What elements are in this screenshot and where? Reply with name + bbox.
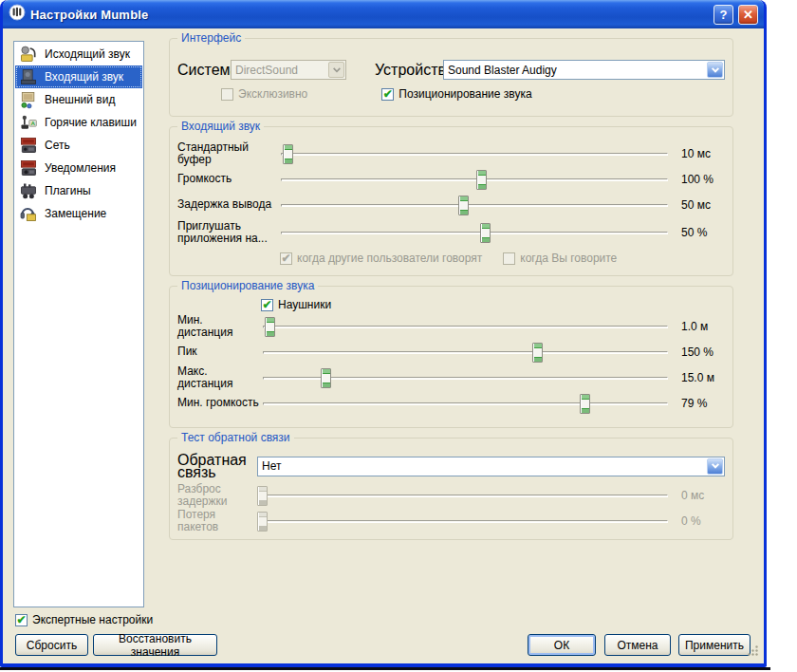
attenuate-others-checkbox: ✔ когда другие пользователи говорят bbox=[280, 252, 482, 265]
sidebar-item-label: Горячие клавиши bbox=[45, 116, 137, 129]
slider-track[interactable] bbox=[263, 326, 668, 328]
overlay-icon bbox=[17, 203, 40, 224]
slider-thumb[interactable] bbox=[321, 368, 331, 388]
sidebar-item-notifications[interactable]: Уведомления bbox=[15, 157, 142, 179]
slider-label: Громкость bbox=[177, 173, 279, 185]
settings-dialog: Настройки Mumble ? ✕ Исходящий звук Вход… bbox=[0, 0, 767, 667]
sidebar-item-incoming-audio[interactable]: Входящий звук bbox=[15, 65, 142, 88]
checkbox-box: ✔ bbox=[280, 252, 292, 265]
slider-label: Задержка вывода bbox=[177, 198, 279, 211]
slider-value: 50 мс bbox=[670, 198, 725, 212]
default-jitter-slider-row: Стандартный буфер 10 мс bbox=[177, 140, 725, 166]
slider-value: 150 % bbox=[670, 345, 725, 359]
slider-label: Макс. дистанция bbox=[177, 365, 261, 390]
slider-track[interactable] bbox=[281, 153, 668, 156]
loopback-group-title: Тест обратной связи bbox=[177, 431, 294, 444]
slider[interactable] bbox=[261, 367, 670, 388]
expert-settings-checkbox[interactable]: ✔ Экспертные настройки bbox=[15, 613, 153, 626]
slider-thumb[interactable] bbox=[458, 196, 469, 215]
slider-thumb bbox=[257, 486, 268, 506]
slider-track[interactable] bbox=[263, 351, 668, 354]
sidebar-item-outgoing-audio[interactable]: Исходящий звук bbox=[15, 43, 142, 65]
chevron-down-icon[interactable] bbox=[707, 62, 723, 78]
close-button[interactable]: ✕ bbox=[738, 5, 758, 25]
device-value: Sound Blaster Audigy bbox=[444, 64, 706, 77]
check-icon: ✔ bbox=[16, 614, 26, 625]
input-audio-group: Входящий звук Стандартный буфер 10 мс Гр… bbox=[169, 126, 733, 276]
attenuate-others-label: когда другие пользователи говорят bbox=[297, 252, 482, 265]
feedback-label: Обратная связь bbox=[177, 454, 257, 478]
packet-loss-slider-row: Потеря пакетов 0 % bbox=[177, 508, 725, 533]
slider-thumb[interactable] bbox=[283, 144, 293, 164]
sidebar-item-appearance[interactable]: Внешний вид bbox=[15, 88, 142, 111]
cancel-button[interactable]: Отмена bbox=[604, 634, 671, 656]
positional-audio-checkbox[interactable]: ✔ Позиционирование звука bbox=[381, 87, 531, 101]
sidebar-item-label: Плагины bbox=[45, 184, 91, 197]
slider-thumb[interactable] bbox=[476, 170, 487, 190]
sidebar-item-label: Внешний вид bbox=[45, 93, 115, 106]
sidebar-item-shortcuts[interactable]: A Горячие клавиши bbox=[15, 111, 142, 134]
chevron-down-icon[interactable] bbox=[707, 458, 723, 475]
attenuate-you-checkbox: когда Вы говорите bbox=[503, 252, 617, 265]
chevron-down-icon bbox=[328, 62, 344, 78]
slider-label: Разброс задержки bbox=[177, 483, 257, 508]
feedback-value: Нет bbox=[258, 459, 706, 473]
check-icon: ✔ bbox=[281, 252, 290, 264]
packet-delay-slider-row: Разброс задержки 0 мс bbox=[177, 482, 725, 508]
max-distance-slider-row: Макс. дистанция 15.0 м bbox=[177, 364, 725, 390]
slider[interactable] bbox=[279, 195, 670, 215]
loopback-test-group: Тест обратной связи Обратная связь Нет Р… bbox=[169, 438, 733, 540]
positional-audio-group: Позиционирование звука ✔ Наушники Мин. д… bbox=[169, 286, 733, 428]
slider[interactable] bbox=[261, 316, 670, 337]
feedback-select[interactable]: Нет bbox=[257, 457, 725, 476]
slider-thumb[interactable] bbox=[532, 343, 543, 363]
checkbox-box bbox=[221, 88, 233, 101]
slider-value: 10 мс bbox=[670, 147, 725, 160]
help-button[interactable]: ? bbox=[714, 5, 733, 25]
slider-thumb[interactable] bbox=[480, 223, 491, 243]
slider[interactable] bbox=[279, 169, 670, 190]
slider-track[interactable] bbox=[281, 178, 668, 181]
device-label: Устройство bbox=[375, 64, 437, 76]
check-icon: ✔ bbox=[383, 88, 393, 100]
sidebar-item-network[interactable]: Сеть bbox=[15, 134, 142, 157]
slider-track bbox=[259, 520, 668, 523]
slider-value: 79 % bbox=[670, 397, 725, 410]
restore-defaults-button[interactable]: Восстановить значения bbox=[93, 634, 217, 656]
volume-slider-row: Громкость 100 % bbox=[177, 166, 725, 192]
expert-settings-label: Экспертные настройки bbox=[32, 613, 153, 626]
ok-button[interactable]: ОК bbox=[528, 634, 596, 656]
titlebar[interactable]: Настройки Mumble ? ✕ bbox=[3, 0, 764, 28]
slider[interactable] bbox=[279, 222, 670, 243]
system-value: DirectSound bbox=[232, 64, 327, 77]
slider-track[interactable] bbox=[263, 402, 668, 405]
resize-grip[interactable] bbox=[747, 644, 759, 661]
slider-thumb[interactable] bbox=[580, 394, 590, 414]
interface-group-title: Интерфейс bbox=[177, 31, 245, 45]
settings-pane: Интерфейс Система DirectSound Устройство… bbox=[169, 38, 733, 550]
slider-track[interactable] bbox=[281, 204, 668, 207]
notifications-icon bbox=[17, 158, 40, 178]
slider[interactable] bbox=[261, 342, 670, 363]
screenshot-canvas: Настройки Mumble ? ✕ Исходящий звук Вход… bbox=[0, 0, 797, 672]
bloom-slider-row: Пик 150 % bbox=[177, 339, 725, 364]
apply-button[interactable]: Применить bbox=[678, 634, 751, 656]
reset-button[interactable]: Сбросить bbox=[15, 634, 88, 656]
slider-value: 50 % bbox=[670, 226, 725, 239]
slider-track[interactable] bbox=[281, 232, 668, 234]
outgoing-audio-icon bbox=[17, 44, 40, 65]
sidebar-item-label: Исходящий звук bbox=[45, 47, 130, 61]
headphones-checkbox[interactable]: ✔ Наушники bbox=[261, 298, 331, 311]
plugins-icon bbox=[17, 180, 40, 201]
slider-thumb[interactable] bbox=[265, 317, 275, 337]
slider[interactable] bbox=[279, 143, 670, 164]
sidebar-item-overlay[interactable]: Замещение bbox=[15, 202, 142, 225]
device-select[interactable]: Sound Blaster Audigy bbox=[443, 60, 725, 80]
sidebar-item-label: Входящий звук bbox=[45, 70, 123, 84]
sidebar-item-plugins[interactable]: Плагины bbox=[15, 179, 142, 202]
window-bottom-shadow bbox=[0, 667, 770, 670]
slider-label: Стандартный буфер bbox=[177, 141, 279, 166]
slider bbox=[257, 511, 670, 532]
slider[interactable] bbox=[261, 393, 670, 414]
check-icon: ✔ bbox=[262, 299, 271, 310]
